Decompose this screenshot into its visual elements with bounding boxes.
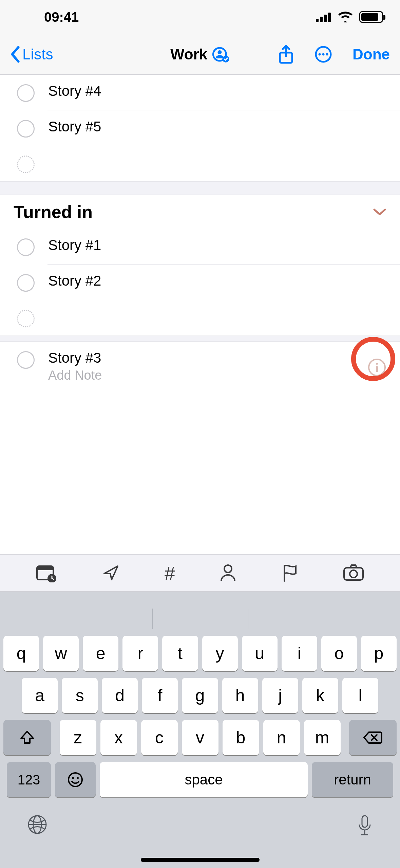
quick-toolbar: # [0, 554, 400, 592]
svg-point-23 [77, 777, 79, 779]
chevron-down-icon[interactable] [373, 207, 386, 216]
done-button[interactable]: Done [353, 46, 390, 63]
key-r[interactable]: r [122, 636, 158, 671]
key-m[interactable]: m [304, 720, 341, 755]
svg-point-10 [322, 53, 325, 55]
more-icon[interactable] [315, 46, 332, 63]
key-f[interactable]: f [142, 678, 178, 713]
add-note-field[interactable]: Add Note [48, 368, 390, 383]
calendar-icon[interactable] [36, 563, 57, 582]
key-shift[interactable] [3, 720, 51, 755]
key-l[interactable]: l [342, 678, 378, 713]
key-e[interactable]: e [83, 636, 118, 671]
svg-point-9 [319, 53, 321, 55]
key-t[interactable]: t [162, 636, 198, 671]
keyboard-row-4: 123 space return [0, 762, 400, 797]
svg-rect-1 [320, 17, 323, 22]
key-g[interactable]: g [182, 678, 218, 713]
shift-icon [19, 729, 35, 746]
svg-rect-16 [37, 566, 53, 570]
reminder-title-input[interactable]: Story #3 [48, 350, 390, 366]
keyboard: q w e r t y u i o p a s d f g h j k l [0, 592, 400, 868]
navigation-bar: Lists Work Done [0, 34, 400, 75]
key-n[interactable]: n [263, 720, 300, 755]
svg-point-22 [72, 777, 74, 779]
new-reminder-row[interactable] [0, 300, 400, 336]
key-h[interactable]: h [222, 678, 258, 713]
key-c[interactable]: c [141, 720, 178, 755]
reminder-title[interactable]: Story #4 [48, 83, 390, 99]
completion-circle[interactable] [17, 238, 35, 256]
svg-point-5 [217, 50, 222, 54]
key-b[interactable]: b [223, 720, 259, 755]
emoji-icon [67, 772, 83, 788]
svg-point-20 [350, 570, 357, 578]
completion-circle[interactable] [17, 351, 35, 369]
svg-rect-27 [362, 816, 367, 827]
editing-reminder-row[interactable]: Story #3 Add Note [0, 342, 400, 393]
home-indicator[interactable] [141, 858, 260, 862]
page-title: Work [170, 46, 207, 63]
key-s[interactable]: s [62, 678, 98, 713]
chevron-left-icon [10, 46, 20, 63]
key-i[interactable]: i [282, 636, 317, 671]
wifi-icon [338, 12, 353, 22]
section-header[interactable]: Turned in [0, 195, 400, 229]
reminder-row[interactable]: Story #2 [0, 265, 400, 300]
key-k[interactable]: k [302, 678, 338, 713]
back-button[interactable]: Lists [10, 46, 53, 63]
svg-rect-3 [328, 13, 331, 22]
reminders-content[interactable]: Story #4 Story #5 Turned in Story #1 Sto… [0, 75, 400, 554]
reminder-row[interactable]: Story #5 [0, 110, 400, 146]
key-a[interactable]: a [22, 678, 58, 713]
share-icon[interactable] [278, 44, 294, 64]
key-o[interactable]: o [321, 636, 357, 671]
keyboard-row-2: a s d f g h j k l [0, 678, 400, 713]
reminder-row[interactable]: Story #1 [0, 229, 400, 264]
key-numbers[interactable]: 123 [7, 762, 51, 797]
key-return[interactable]: return [312, 762, 393, 797]
reminder-row[interactable]: Story #4 [0, 75, 400, 110]
key-y[interactable]: y [202, 636, 238, 671]
completion-circle[interactable] [17, 274, 35, 292]
svg-rect-2 [324, 15, 327, 22]
key-backspace[interactable] [349, 720, 397, 755]
key-z[interactable]: z [60, 720, 96, 755]
keyboard-row-1: q w e r t y u i o p [0, 636, 400, 671]
keyboard-row-3: z x c v b n m [0, 720, 400, 755]
backspace-icon [363, 731, 382, 744]
new-reminder-circle[interactable] [17, 310, 35, 327]
location-icon[interactable] [101, 563, 120, 582]
key-v[interactable]: v [182, 720, 218, 755]
status-time: 09:41 [44, 10, 79, 25]
key-q[interactable]: q [3, 636, 39, 671]
key-emoji[interactable] [55, 762, 96, 797]
new-reminder-circle[interactable] [17, 156, 35, 173]
cellular-icon [316, 12, 331, 22]
key-x[interactable]: x [100, 720, 137, 755]
reminder-title[interactable]: Story #1 [48, 237, 390, 253]
shared-icon[interactable] [212, 46, 230, 63]
completion-circle[interactable] [17, 120, 35, 138]
section-title: Turned in [14, 202, 373, 222]
key-u[interactable]: u [242, 636, 278, 671]
status-indicators [316, 11, 383, 23]
completion-circle[interactable] [17, 84, 35, 102]
camera-icon[interactable] [343, 564, 364, 581]
key-j[interactable]: j [262, 678, 298, 713]
person-icon[interactable] [219, 563, 237, 582]
reminder-title[interactable]: Story #2 [48, 273, 390, 289]
status-bar: 09:41 [0, 0, 400, 34]
reminder-title[interactable]: Story #5 [48, 119, 390, 135]
globe-icon[interactable] [27, 814, 47, 837]
key-p[interactable]: p [361, 636, 397, 671]
new-reminder-row[interactable] [0, 146, 400, 181]
svg-rect-0 [316, 19, 319, 22]
key-d[interactable]: d [102, 678, 138, 713]
info-icon[interactable] [367, 358, 386, 377]
mic-icon[interactable] [357, 814, 373, 837]
key-space[interactable]: space [100, 762, 308, 797]
tag-icon[interactable]: # [165, 562, 175, 584]
flag-icon[interactable] [281, 563, 299, 582]
key-w[interactable]: w [43, 636, 79, 671]
